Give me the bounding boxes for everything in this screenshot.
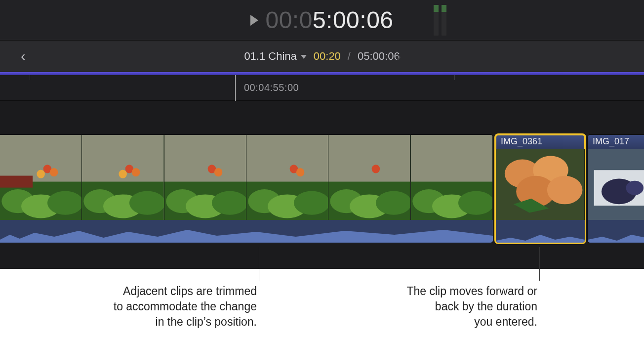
project-bar: ‹ 01.1 China 00:20 / 05:00:06 › — [0, 41, 644, 72]
svg-point-7 — [37, 170, 45, 178]
svg-point-15 — [132, 168, 140, 176]
annotation-text: Adjacent clips are trimmed — [69, 284, 257, 299]
project-name[interactable]: 01.1 China — [244, 50, 306, 63]
timeline-clip-adjacent[interactable] — [0, 134, 493, 243]
audio-meters — [434, 5, 446, 36]
clip-audio-waveform[interactable] — [496, 220, 585, 243]
svg-point-35 — [376, 191, 410, 215]
chevron-down-icon — [301, 55, 307, 59]
clip-audio-waveform[interactable] — [0, 220, 493, 243]
svg-point-23 — [214, 168, 223, 176]
timecode-dim: 00:0 — [265, 7, 312, 33]
annotation-left: Adjacent clips are trimmed to accommodat… — [69, 284, 257, 330]
ruler-tick — [30, 75, 30, 80]
clip-title: IMG_017 — [588, 135, 644, 149]
annotation-text: to accommodate the change — [69, 299, 257, 314]
svg-point-30 — [296, 168, 305, 176]
callout-leader-right — [539, 247, 540, 281]
svg-point-41 — [458, 191, 492, 215]
app-window: 00:05:00:06 ‹ 01.1 China 00:20 / 05:00:0… — [0, 0, 644, 269]
svg-point-16 — [119, 170, 127, 178]
clip-thumbnail — [328, 135, 410, 220]
play-icon — [250, 15, 258, 26]
svg-point-47 — [547, 176, 583, 205]
timeline-track-area[interactable]: IMG_0361 — [0, 101, 644, 264]
timeline-clip-selected[interactable]: IMG_0361 — [495, 134, 585, 243]
clip-thumbnails — [588, 149, 644, 220]
timecode-bar: 00:05:00:06 — [0, 0, 644, 41]
clip-thumbnail — [496, 149, 585, 220]
annotation-right: The clip moves forward or back by the du… — [350, 284, 537, 330]
clip-title: IMG_0361 — [496, 135, 585, 149]
project-name-label: 01.1 China — [244, 50, 296, 63]
ruler-timecode-label: 00:04:55:00 — [244, 82, 299, 93]
clip-thumbnails — [0, 135, 493, 220]
clip-thumbnails — [496, 149, 585, 220]
annotation-area: Adjacent clips are trimmed to accommodat… — [0, 269, 644, 339]
clip-thumbnail — [411, 135, 493, 220]
clip-thumbnail — [246, 135, 328, 220]
time-ruler[interactable]: 00:04:55:00 — [0, 75, 644, 101]
svg-point-28 — [294, 191, 328, 215]
clip-thumbnail — [82, 135, 164, 220]
annotation-text: back by the duration — [350, 299, 537, 314]
clip-thumbnail — [588, 149, 644, 220]
svg-point-13 — [129, 191, 163, 215]
audio-meter-right — [442, 5, 446, 36]
audio-meter-left — [434, 5, 439, 36]
history-back-button[interactable]: ‹ — [15, 45, 31, 67]
timecode-bright: 5:00:06 — [313, 7, 394, 33]
timecode-value: 00:05:00:06 — [265, 6, 393, 34]
primary-storyline[interactable]: IMG_0361 — [0, 134, 644, 243]
project-divider: / — [348, 50, 351, 63]
playhead-marker[interactable] — [235, 75, 236, 101]
svg-point-21 — [212, 191, 246, 215]
project-title-group[interactable]: 01.1 China 00:20 / 05:00:06 — [244, 50, 400, 63]
clip-thumbnail — [0, 135, 82, 220]
history-forward-button[interactable]: › — [391, 45, 407, 67]
clip-thumbnail — [164, 135, 246, 220]
svg-rect-8 — [0, 176, 33, 188]
svg-point-52 — [626, 181, 644, 195]
annotation-text: in the clip’s position. — [69, 314, 257, 330]
svg-point-36 — [372, 165, 380, 173]
clip-audio-waveform[interactable] — [588, 220, 644, 243]
timecode-display[interactable]: 00:05:00:06 — [250, 6, 393, 34]
timeline-clip-next[interactable]: IMG_017 — [587, 134, 644, 243]
ruler-tick — [454, 75, 455, 80]
svg-point-4 — [47, 191, 81, 215]
annotation-text: you entered. — [350, 314, 537, 330]
svg-point-6 — [50, 168, 58, 176]
annotation-text: The clip moves forward or — [350, 284, 537, 299]
callout-leader-left — [259, 247, 259, 281]
project-elapsed: 00:20 — [314, 50, 341, 63]
